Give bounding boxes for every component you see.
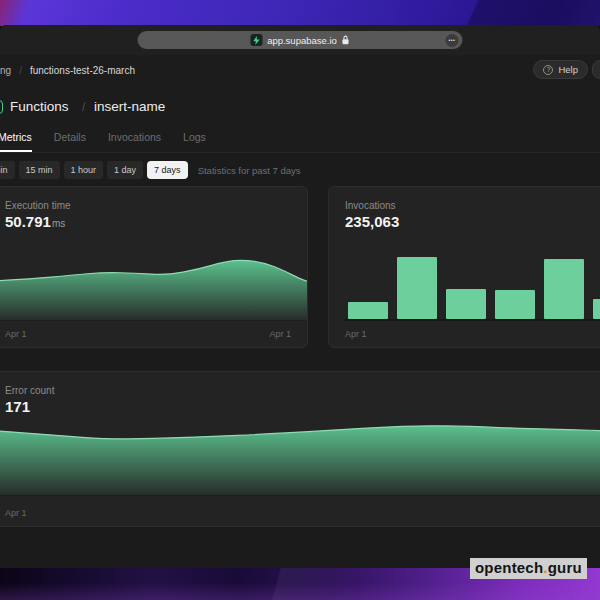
title-separator: / [82, 100, 85, 114]
tab-invocations[interactable]: Invocations [108, 131, 161, 152]
execution-time-card: Execution time 50.791ms Apr 1 Apr 1 [0, 186, 308, 348]
time-filter-group: min 15 min 1 hour 1 day 7 days Statistic… [0, 161, 301, 179]
filter-15-min[interactable]: 15 min [19, 161, 60, 179]
invocations-bar [544, 259, 584, 319]
help-circle-icon: ? [543, 65, 553, 75]
error-count-card: Error count 171 Apr 1 [0, 371, 600, 527]
breadcrumb: ng / functions-test-26-march [0, 55, 135, 86]
supabase-favicon-icon [250, 34, 262, 46]
tab-logs[interactable]: Logs [183, 131, 206, 152]
filter-caption: Statistics for past 7 days [198, 165, 301, 176]
functions-icon [0, 100, 3, 114]
url-text: app.supabase.io [267, 35, 337, 46]
help-label: Help [558, 64, 578, 75]
axis-tick: Apr 1 [5, 508, 27, 518]
browser-window: app.supabase.io ••• ng / functions-test-… [0, 25, 600, 568]
axis-tick: Apr 1 [269, 329, 291, 339]
help-button[interactable]: ? Help [533, 60, 588, 79]
invocations-bar [495, 290, 535, 319]
execution-time-label: Execution time [5, 200, 71, 211]
page-title: Functions [10, 99, 69, 114]
page-header: Functions / insert-name Metrics Details … [0, 86, 600, 153]
tab-bar: Metrics Details Invocations Logs [0, 131, 206, 152]
invocations-label: Invocations [345, 200, 396, 211]
tab-metrics[interactable]: Metrics [0, 131, 32, 152]
execution-time-axis: Apr 1 Apr 1 [5, 329, 291, 339]
axis-tick: Apr 1 [5, 329, 27, 339]
invocations-bar [397, 257, 437, 319]
breadcrumb-separator: / [19, 65, 22, 76]
filter-1-day[interactable]: 1 day [107, 161, 143, 179]
filter-7-days[interactable]: 7 days [147, 161, 188, 179]
invocations-bar [446, 289, 486, 319]
truncated-button[interactable] [592, 60, 600, 79]
error-count-value: 171 [5, 398, 30, 415]
address-bar[interactable]: app.supabase.io ••• [138, 31, 463, 49]
axis-tick: Apr 1 [345, 329, 367, 339]
execution-time-value: 50.791ms [5, 213, 65, 230]
error-count-axis: Apr 1 [5, 508, 595, 518]
error-count-label: Error count [5, 385, 54, 396]
execution-time-unit: ms [52, 218, 65, 229]
function-name: insert-name [94, 99, 165, 114]
filter-1-hour[interactable]: 1 hour [64, 161, 104, 179]
breadcrumb-project[interactable]: ng [0, 65, 11, 76]
breadcrumb-current[interactable]: functions-test-26-march [30, 65, 135, 76]
invocations-chart [344, 253, 600, 321]
app-top-bar: ng / functions-test-26-march ? Help [0, 55, 600, 87]
lock-icon [342, 35, 350, 45]
browser-toolbar: app.supabase.io ••• [0, 25, 600, 56]
invocations-bar [593, 299, 600, 319]
filter-row: min 15 min 1 hour 1 day 7 days Statistic… [0, 152, 600, 187]
watermark: opentech.guru [470, 558, 587, 579]
ellipsis-icon[interactable]: ••• [446, 34, 459, 47]
invocations-value: 235,063 [345, 213, 399, 230]
filter-min[interactable]: min [0, 161, 15, 179]
invocations-bar [348, 302, 388, 319]
invocations-axis: Apr 1 [345, 329, 600, 339]
desktop-wallpaper-top [0, 0, 600, 26]
execution-time-chart [0, 253, 307, 321]
tab-details[interactable]: Details [54, 131, 86, 152]
error-count-chart [0, 417, 600, 496]
invocations-card: Invocations 235,063 Apr 1 [328, 186, 600, 348]
